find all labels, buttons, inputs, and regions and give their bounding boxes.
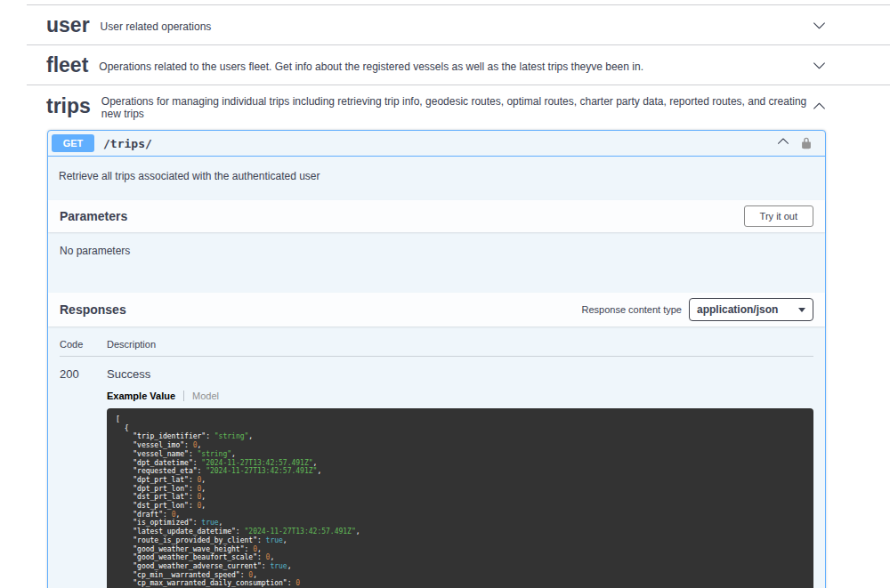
tag-description-trips: Operations for managing individual trips…	[101, 95, 813, 120]
opblock-summary[interactable]: GET /trips/	[48, 131, 825, 157]
example-model-tabs: Example Value Model	[107, 391, 813, 401]
tab-model[interactable]: Model	[184, 391, 219, 401]
swagger-api-list: user User related operations fleet Opera…	[27, 4, 890, 588]
chevron-down-icon[interactable]	[813, 19, 826, 32]
tag-section-fleet: fleet Operations related to the users fl…	[27, 45, 890, 85]
response-content-type-group: Response content type application/json	[581, 298, 813, 321]
auth-lock-icon[interactable]	[800, 137, 813, 149]
opblock-get-trips: GET /trips/ Retrieve all trips associate…	[47, 130, 826, 588]
select-caret-icon	[798, 308, 805, 312]
parameters-title: Parameters	[60, 209, 127, 223]
response-content-type-label: Response content type	[581, 304, 682, 315]
operation-description: Retrieve all trips associated with the a…	[48, 157, 825, 200]
chevron-down-icon[interactable]	[813, 59, 826, 72]
try-it-out-button[interactable]: Try it out	[744, 205, 813, 227]
tag-name-user: user	[46, 13, 90, 36]
tag-description-fleet: Operations related to the users fleet. G…	[99, 60, 643, 73]
tag-header-fleet[interactable]: fleet Operations related to the users fl…	[27, 45, 890, 85]
responses-header: Responses Response content type applicat…	[48, 293, 825, 326]
parameters-header: Parameters Try it out	[48, 200, 825, 232]
summary-controls	[777, 135, 821, 151]
response-code: 200	[60, 367, 107, 588]
response-description: Success	[107, 367, 813, 381]
responses-title: Responses	[60, 302, 126, 317]
tab-example-value[interactable]: Example Value	[107, 391, 184, 401]
collapse-arrow-icon[interactable]	[777, 135, 789, 151]
tag-section-user: user User related operations	[27, 5, 890, 45]
tag-name-trips: trips	[46, 94, 91, 117]
responses-table-header: Code Description	[60, 339, 813, 357]
chevron-up-icon[interactable]	[813, 100, 826, 113]
responses-body: Code Description 200 Success Example Val…	[48, 326, 825, 588]
response-row-200: 200 Success Example Value Model [ { "tri…	[60, 357, 813, 588]
response-content-type-select[interactable]: application/json	[689, 298, 813, 321]
tag-header-user[interactable]: user User related operations	[27, 5, 890, 44]
tag-description-user: User related operations	[101, 20, 212, 33]
response-description-cell: Success Example Value Model [ { "trip_id…	[107, 367, 813, 588]
response-content-type-value: application/json	[697, 303, 778, 316]
tag-header-trips[interactable]: trips Operations for managing individual…	[27, 85, 890, 126]
tag-name-fleet: fleet	[46, 53, 88, 77]
endpoint-path: /trips/	[103, 137, 152, 150]
example-json-code: [ { "trip_identifier": "string", "vessel…	[107, 408, 813, 588]
code-column-header: Code	[60, 339, 107, 350]
http-method-badge: GET	[52, 134, 94, 152]
no-parameters-message: No parameters	[48, 232, 825, 293]
description-column-header: Description	[107, 339, 156, 350]
tag-section-trips: trips Operations for managing individual…	[27, 85, 890, 588]
